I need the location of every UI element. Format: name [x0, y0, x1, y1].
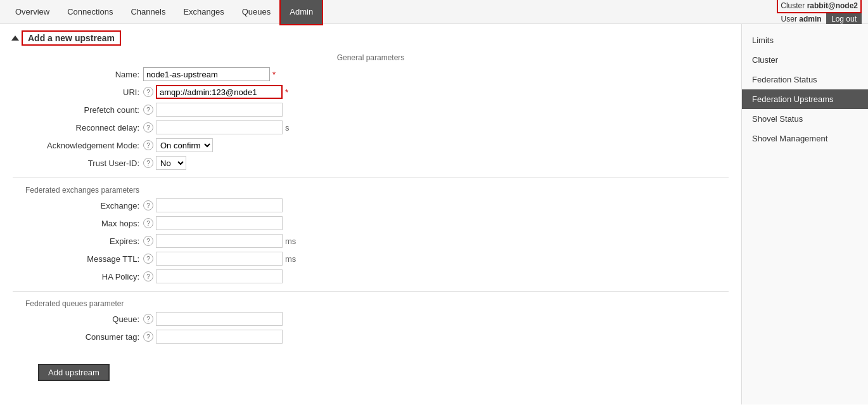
nav-channels[interactable]: Channels	[122, 0, 174, 24]
sidebar: Limits Cluster Federation Status Federat…	[741, 24, 868, 404]
sidebar-item-limits[interactable]: Limits	[742, 30, 868, 50]
ack-select[interactable]: On confirm On publish No ack	[156, 138, 213, 152]
hapolicy-row: HA Policy: ?	[13, 269, 729, 283]
hapolicy-help-icon[interactable]: ?	[143, 271, 153, 281]
logout-button[interactable]: Log out	[826, 13, 862, 25]
trust-row: Trust User-ID: ? No Yes	[13, 156, 729, 170]
maxhops-help-icon[interactable]: ?	[143, 218, 153, 228]
messagettl-row: Message TTL: ? ms	[13, 252, 729, 266]
cluster-value: rabbit@node2	[807, 1, 858, 10]
consumertag-help-icon[interactable]: ?	[143, 332, 153, 342]
trust-label: Trust User-ID:	[25, 158, 139, 168]
uri-input[interactable]	[156, 85, 283, 99]
sidebar-item-federation-upstreams[interactable]: Federation Upstreams	[742, 89, 868, 109]
expires-help-icon[interactable]: ?	[143, 236, 153, 246]
top-bar: Overview Connections Channels Exchanges …	[0, 0, 868, 24]
section-header: Add a new upstream	[13, 30, 729, 46]
name-row: Name: *	[13, 67, 729, 81]
user-label: User	[781, 15, 797, 23]
user-info: User admin Log out	[781, 13, 862, 25]
trust-select[interactable]: No Yes	[156, 156, 186, 170]
nav-exchanges[interactable]: Exchanges	[174, 0, 233, 24]
section-title: Add a new upstream	[22, 30, 121, 46]
divider-1	[13, 178, 729, 178]
divider-2	[13, 291, 729, 292]
queue-input[interactable]	[156, 312, 283, 326]
name-required: *	[272, 70, 276, 79]
maxhops-label: Max hops:	[25, 219, 139, 228]
cluster-label: Cluster	[781, 1, 805, 10]
add-upstream-button[interactable]: Add upstream	[38, 364, 110, 381]
messagettl-unit: ms	[285, 254, 296, 264]
name-label: Name:	[25, 70, 139, 79]
federated-queues-title: Federated queues parameter	[13, 299, 729, 308]
name-input[interactable]	[143, 67, 270, 81]
expires-unit: ms	[285, 236, 296, 246]
consumertag-row: Consumer tag: ?	[13, 330, 729, 344]
prefetch-label: Prefetch count:	[25, 105, 139, 115]
sidebar-item-shovel-status[interactable]: Shovel Status	[742, 109, 868, 129]
expires-input[interactable]	[156, 234, 283, 248]
hapolicy-label: HA Policy:	[25, 272, 139, 281]
exchange-label: Exchange:	[25, 201, 139, 210]
queue-label: Queue:	[25, 314, 139, 324]
prefetch-row: Prefetch count: ?	[13, 103, 729, 117]
ack-row: Acknowledgement Mode: ? On confirm On pu…	[13, 138, 729, 152]
top-bar-right: Cluster rabbit@node2 User admin Log out	[777, 0, 862, 25]
content-area: Add a new upstream General parameters Na…	[0, 24, 741, 404]
messagettl-label: Message TTL:	[25, 254, 139, 264]
uri-row: URI: ? *	[13, 85, 729, 99]
uri-required: *	[285, 87, 288, 97]
sidebar-item-cluster[interactable]: Cluster	[742, 50, 868, 70]
nav-admin[interactable]: Admin	[279, 0, 323, 25]
maxhops-row: Max hops: ?	[13, 216, 729, 230]
reconnect-unit: s	[285, 123, 290, 132]
messagettl-input[interactable]	[156, 252, 283, 266]
consumertag-input[interactable]	[156, 330, 283, 344]
reconnect-label: Reconnect delay:	[25, 123, 139, 132]
reconnect-input[interactable]	[156, 120, 283, 134]
triangle-icon	[11, 36, 19, 41]
federated-exchanges-title: Federated exchanges parameters	[13, 186, 729, 195]
uri-help-icon[interactable]: ?	[143, 87, 153, 97]
exchange-input[interactable]	[156, 198, 283, 212]
sidebar-item-shovel-management[interactable]: Shovel Management	[742, 129, 868, 148]
reconnect-help-icon[interactable]: ?	[143, 122, 153, 132]
general-params-title: General parameters	[13, 53, 729, 62]
reconnect-row: Reconnect delay: ? s	[13, 120, 729, 134]
prefetch-input[interactable]	[156, 103, 283, 117]
nav-connections[interactable]: Connections	[58, 0, 122, 24]
nav-queues[interactable]: Queues	[233, 0, 280, 24]
queue-row: Queue: ?	[13, 312, 729, 326]
maxhops-input[interactable]	[156, 216, 283, 230]
nav-overview[interactable]: Overview	[6, 0, 58, 24]
prefetch-help-icon[interactable]: ?	[143, 105, 153, 115]
exchange-help-icon[interactable]: ?	[143, 200, 153, 210]
consumertag-label: Consumer tag:	[25, 332, 139, 342]
expires-label: Expires:	[25, 236, 139, 246]
exchange-row: Exchange: ?	[13, 198, 729, 212]
trust-help-icon[interactable]: ?	[143, 158, 153, 168]
main-layout: Add a new upstream General parameters Na…	[0, 24, 868, 404]
uri-label: URI:	[25, 87, 139, 97]
ack-help-icon[interactable]: ?	[143, 140, 153, 150]
expires-row: Expires: ? ms	[13, 234, 729, 248]
cluster-info: Cluster rabbit@node2	[777, 0, 862, 13]
add-upstream-container: Add upstream	[13, 354, 729, 381]
sidebar-item-federation-status[interactable]: Federation Status	[742, 70, 868, 89]
hapolicy-input[interactable]	[156, 269, 283, 283]
user-value: admin	[799, 15, 821, 23]
ack-label: Acknowledgement Mode:	[25, 141, 139, 150]
messagettl-help-icon[interactable]: ?	[143, 254, 153, 264]
queue-help-icon[interactable]: ?	[143, 314, 153, 324]
